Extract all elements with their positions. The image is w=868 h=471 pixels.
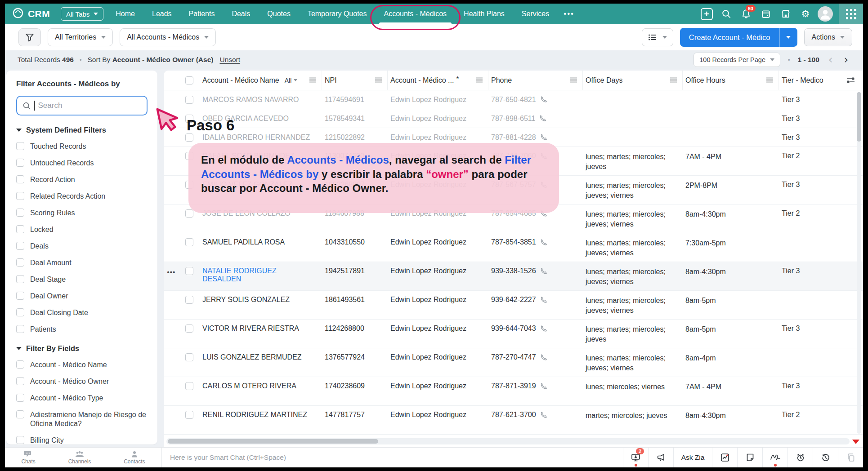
row-checkbox[interactable] xyxy=(179,109,200,128)
checkbox-icon[interactable] xyxy=(16,175,24,183)
filter-item[interactable]: Account - Médico Name xyxy=(16,360,148,369)
filter-item[interactable]: Scoring Rules xyxy=(16,209,148,218)
cell-name[interactable]: JOSE DE LEON COLLAZO xyxy=(200,204,322,233)
cell-name[interactable]: MARCOS RAMOS NAVARRO xyxy=(200,90,322,109)
more-tabs-button[interactable]: ••• xyxy=(558,9,580,18)
contacts-button[interactable]: Contacts xyxy=(124,450,145,465)
checkbox-icon[interactable] xyxy=(16,377,24,385)
filter-search-input[interactable]: Search xyxy=(16,96,148,116)
checkbox-icon[interactable] xyxy=(16,225,24,233)
phone-icon[interactable] xyxy=(540,210,548,218)
table-row[interactable]: ••• RAFAEL SOTO BERMUDEZ 1130074690 Edwi… xyxy=(164,147,863,176)
row-checkbox[interactable] xyxy=(179,406,200,434)
list-view-dropdown[interactable]: All Accounts - Médicos xyxy=(120,28,216,46)
profile-button[interactable] xyxy=(815,4,835,24)
filter-item[interactable]: Deal Closing Date xyxy=(16,308,148,317)
row-checkbox[interactable] xyxy=(179,147,200,175)
copy-button[interactable] xyxy=(838,448,863,467)
nav-tab-home[interactable]: Home xyxy=(107,4,143,24)
name-filter-dropdown[interactable]: All xyxy=(285,77,298,84)
column-header-phone[interactable]: Phone xyxy=(488,71,583,90)
row-checkbox[interactable] xyxy=(179,90,200,109)
filter-item[interactable]: Adiestramieno Manejo de Riesgo de Oficin… xyxy=(16,410,148,428)
row-checkbox[interactable] xyxy=(179,291,200,319)
global-search-button[interactable] xyxy=(716,4,736,24)
filter-item[interactable]: Billing City xyxy=(16,436,148,444)
alarm-button[interactable] xyxy=(787,448,813,467)
cell-name[interactable]: CARLOS M OTERO RIVERA xyxy=(200,377,322,405)
quick-create-button[interactable]: + xyxy=(697,4,716,24)
cell-name[interactable]: LUIS GONZALEZ BERMUDEZ xyxy=(200,348,322,377)
filter-item[interactable]: Deal Owner xyxy=(16,292,148,301)
cell-name[interactable]: SAMUEL PADILLA ROSA xyxy=(200,233,322,262)
view-mode-button[interactable] xyxy=(642,28,673,46)
column-menu-icon[interactable] xyxy=(570,76,577,84)
checkbox-icon[interactable] xyxy=(16,258,24,267)
table-row[interactable]: ••• LUIS GONZALEZ BERMUDEZ 1376577924 Ed… xyxy=(164,348,863,377)
calendar-button[interactable] xyxy=(756,4,776,24)
next-page-button[interactable]: › xyxy=(841,54,850,65)
notifications-button[interactable]: 60 xyxy=(736,4,756,24)
history-button[interactable] xyxy=(813,448,838,467)
checkbox-icon[interactable] xyxy=(16,209,24,217)
row-checkbox[interactable] xyxy=(179,262,200,290)
cell-name[interactable]: EMILIO VELEZ GONZALEZ xyxy=(200,176,322,204)
checkbox-icon[interactable] xyxy=(16,394,24,402)
nav-tab-health-plans[interactable]: Health Plans xyxy=(455,4,513,24)
horizontal-scrollbar[interactable] xyxy=(166,438,850,444)
checkbox-icon[interactable] xyxy=(16,325,24,333)
nav-tab-temporary-quotes[interactable]: Temporary Quotes xyxy=(299,4,376,24)
column-menu-icon[interactable] xyxy=(309,76,316,84)
filter-section-header[interactable]: Filter By Fields xyxy=(16,344,148,353)
column-header-name[interactable]: Account - Médico Name All xyxy=(200,71,322,90)
table-row[interactable]: ••• IDALIA BORRERO HERNANDEZ 1215022892 … xyxy=(164,128,863,147)
phone-icon[interactable] xyxy=(540,411,548,419)
filter-item[interactable]: Account - Médico Type xyxy=(16,394,148,403)
all-tabs-button[interactable]: All Tabs xyxy=(61,7,103,21)
table-row[interactable]: ••• JOSE DE LEON COLLAZO 1184607988 Edwi… xyxy=(164,204,863,233)
column-header-tier[interactable]: Tier - Medico xyxy=(779,71,846,90)
create-account-button[interactable]: Create Account - Médico xyxy=(680,28,797,47)
nav-tab-services[interactable]: Services xyxy=(513,4,558,24)
cell-name[interactable]: RAFAEL SOTO BERMUDEZ xyxy=(200,147,322,175)
channels-button[interactable]: Channels xyxy=(68,450,91,465)
column-header-office-days[interactable]: Office Days xyxy=(583,71,683,90)
phone-icon[interactable] xyxy=(540,382,548,390)
cell-name[interactable]: JERRY SOLIS GONZALEZ xyxy=(200,291,322,319)
table-row[interactable]: ••• JERRY SOLIS GONZALEZ 1861493561 Edwi… xyxy=(164,291,863,320)
screen-share-button[interactable]: 2 xyxy=(623,448,648,467)
table-row[interactable]: ••• MARCOS RAMOS NAVARRO 1174594691 Edwi… xyxy=(164,90,863,109)
horizontal-scroll-thumb[interactable] xyxy=(168,439,378,444)
cell-name[interactable]: NATALIE RODRIGUEZ DESALDEN xyxy=(200,262,322,290)
ask-zia-button[interactable]: Ask Zia xyxy=(673,448,712,467)
vertical-scroll-thumb[interactable] xyxy=(857,92,861,142)
checkbox-icon[interactable] xyxy=(16,159,24,167)
filter-item[interactable]: Untouched Records xyxy=(16,159,148,168)
column-menu-icon[interactable] xyxy=(375,76,382,84)
checkbox-icon[interactable] xyxy=(16,308,24,316)
checkbox-icon[interactable] xyxy=(16,192,24,200)
records-per-page-dropdown[interactable]: 100 Records Per Page xyxy=(694,53,780,67)
checkbox-icon[interactable] xyxy=(16,360,24,369)
filter-item[interactable]: Record Action xyxy=(16,175,148,184)
row-actions-icon[interactable]: ••• xyxy=(164,262,179,290)
nav-tab-patients[interactable]: Patients xyxy=(180,4,224,24)
row-checkbox[interactable] xyxy=(179,377,200,405)
phone-icon[interactable] xyxy=(540,296,548,304)
unsort-link[interactable]: Unsort xyxy=(219,56,240,64)
table-row[interactable]: ••• NATALIE RODRIGUEZ DESALDEN 194251789… xyxy=(164,262,863,291)
filter-item[interactable]: Touched Records xyxy=(16,142,148,151)
filter-item[interactable]: Related Records Action xyxy=(16,192,148,201)
column-header-owner[interactable]: Account - Médico ... * xyxy=(388,71,488,90)
chats-button[interactable]: Chats xyxy=(21,450,35,465)
filter-item[interactable]: Account - Médico Owner xyxy=(16,377,148,386)
column-header-npi[interactable]: NPI xyxy=(322,71,388,90)
checkbox-icon[interactable] xyxy=(16,142,24,150)
checkbox-icon[interactable] xyxy=(16,242,24,250)
column-menu-icon[interactable] xyxy=(766,76,773,84)
table-row[interactable]: ••• CARLOS M OTERO RIVERA 1740238609 Edw… xyxy=(164,377,863,406)
column-menu-icon[interactable] xyxy=(670,76,677,84)
announcement-button[interactable] xyxy=(648,448,673,467)
table-row[interactable]: ••• EMILIO VELEZ GONZALEZ 1083268007 Edw… xyxy=(164,176,863,204)
checkbox-icon[interactable] xyxy=(16,410,24,418)
